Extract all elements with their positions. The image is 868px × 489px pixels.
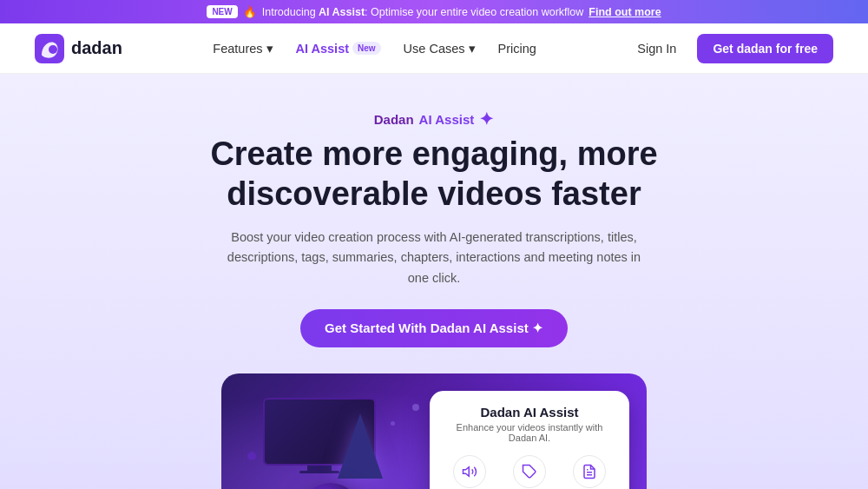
logo-text: dadan — [71, 38, 122, 58]
sparkle-icon: ✦ — [479, 109, 494, 129]
ai-card-title: Dadan AI Assist — [444, 405, 615, 420]
new-badge: NEW — [207, 5, 237, 18]
ai-card-subtitle: Enhance your videos instantly with Dadan… — [444, 422, 615, 443]
ai-card-item-tags: Tags — [503, 455, 556, 489]
svg-marker-2 — [464, 467, 470, 477]
navbar: dadan Features ▾ AI Assist New Use Cases… — [0, 23, 868, 74]
hero-description: Boost your video creation process with A… — [217, 228, 651, 288]
dot-3 — [247, 452, 256, 460]
logo[interactable]: dadan — [35, 34, 122, 63]
dot-1 — [412, 404, 419, 411]
hero-subtitle: Dadan AI Assist ✦ — [17, 109, 851, 129]
nav-pricing[interactable]: Pricing — [490, 36, 545, 61]
nav-use-cases[interactable]: Use Cases ▾ — [395, 36, 484, 61]
logo-icon — [35, 34, 64, 63]
ai-card-item-description: Description — [562, 455, 615, 489]
tags-icon — [513, 455, 546, 488]
nav-ai-assist[interactable]: AI Assist New — [287, 36, 390, 61]
hero-brand-name: Dadan — [374, 112, 414, 127]
hero-title: Create more engaging, more discoverable … — [139, 135, 729, 214]
title-icon — [453, 455, 486, 488]
dot-2 — [391, 421, 395, 426]
hero-section: Dadan AI Assist ✦ Create more engaging, … — [0, 74, 868, 489]
chevron-down-icon: ▾ — [469, 42, 476, 56]
new-tag: New — [352, 42, 381, 55]
nav-features[interactable]: Features ▾ — [204, 36, 281, 61]
get-dadan-button[interactable]: Get dadan for free — [697, 34, 833, 63]
nav-actions: Sign In Get dadan for free — [627, 34, 833, 63]
cone-shape — [338, 413, 383, 479]
svg-point-1 — [49, 45, 57, 54]
hero-cta-button[interactable]: Get Started With Dadan AI Assist ✦ — [300, 309, 568, 347]
announcement-bar: NEW 🔥 Introducing AI Assist: Optimise yo… — [0, 0, 868, 23]
hero-ai-text: AI Assist — [419, 112, 475, 127]
description-icon — [573, 455, 606, 488]
ai-card-grid: Title Tags Description — [444, 455, 615, 489]
hero-visual: ✦ ✦ ✦ Dadan AI Assist Enhance your video… — [221, 373, 647, 489]
ai-card-item-title: Title — [444, 455, 496, 489]
announcement-text: Introducing AI Assist: Optimise your ent… — [262, 6, 584, 18]
ai-assist-card: Dadan AI Assist Enhance your videos inst… — [430, 391, 629, 489]
announcement-emoji: 🔥 — [243, 5, 257, 18]
find-out-link[interactable]: Find out more — [589, 6, 661, 18]
chevron-down-icon: ▾ — [266, 42, 273, 56]
nav-links: Features ▾ AI Assist New Use Cases ▾ Pri… — [204, 36, 545, 61]
sign-in-button[interactable]: Sign In — [627, 36, 687, 61]
